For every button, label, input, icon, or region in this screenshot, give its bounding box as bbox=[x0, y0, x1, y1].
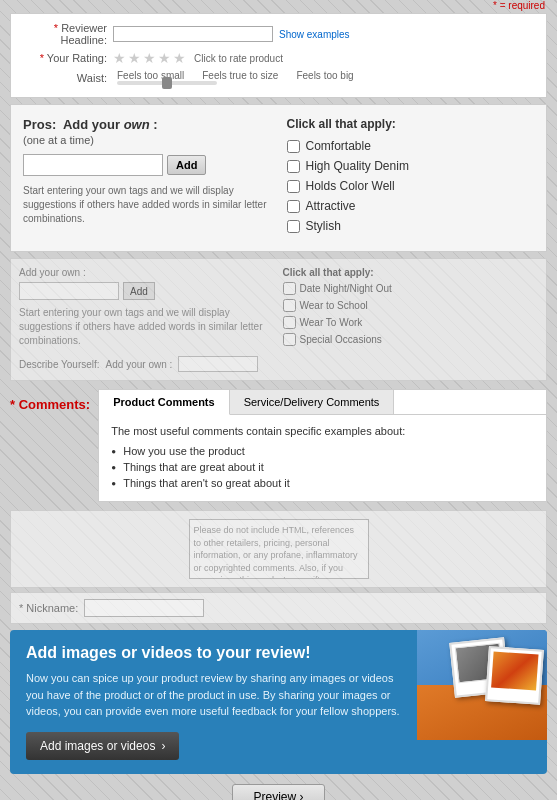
checkbox-holds-color-well[interactable]: Holds Color Well bbox=[287, 179, 535, 193]
photo-2-inner bbox=[491, 651, 538, 690]
checkbox-high-quality-denim[interactable]: High Quality Denim bbox=[287, 159, 535, 173]
middle-checkbox-datenight[interactable]: Date Night/Night Out bbox=[283, 282, 539, 295]
pros-title: Pros: Add your own : bbox=[23, 117, 271, 132]
comment-bullet-1: How you use the product bbox=[111, 443, 534, 459]
comments-section-wrapper: * Comments: Product Comments Service/Del… bbox=[10, 389, 547, 502]
describe-yourself-label: Describe Yourself: bbox=[19, 359, 100, 370]
checkbox-holds-color-well-input[interactable] bbox=[287, 180, 300, 193]
required-note: * = required bbox=[0, 0, 557, 13]
nickname-row: * Nickname: bbox=[10, 592, 547, 624]
middle-checkbox-datenight-label: Date Night/Night Out bbox=[300, 283, 392, 294]
middle-hint: Start entering your own tags and we will… bbox=[19, 306, 275, 348]
waist-label: Waist: bbox=[23, 72, 113, 84]
add-images-button[interactable]: Add images or videos › bbox=[26, 732, 179, 760]
add-images-right bbox=[417, 630, 547, 774]
textarea-section: Please do not include HTML, references t… bbox=[10, 510, 547, 588]
middle-checkbox-occasions[interactable]: Special Occasions bbox=[283, 333, 539, 346]
checkbox-comfortable-input[interactable] bbox=[287, 140, 300, 153]
middle-add-own-2: Add your own : bbox=[106, 359, 173, 370]
middle-add-button[interactable]: Add bbox=[123, 282, 155, 300]
waist-big-label: Feels too big bbox=[296, 70, 353, 81]
comments-box: Product Comments Service/Delivery Commen… bbox=[98, 389, 547, 502]
checkbox-high-quality-denim-label: High Quality Denim bbox=[306, 159, 409, 173]
add-images-left: Add images or videos to your review! Now… bbox=[10, 630, 417, 774]
checkbox-comfortable-label: Comfortable bbox=[306, 139, 371, 153]
middle-checkbox-occasions-label: Special Occasions bbox=[300, 334, 382, 345]
decorative-photo-2 bbox=[485, 646, 544, 705]
middle-section: Add your own : Add Start entering your o… bbox=[10, 258, 547, 381]
comment-bullet-2: Things that are great about it bbox=[111, 459, 534, 475]
add-images-arrow-icon: › bbox=[161, 739, 165, 753]
waist-slider-thumb[interactable] bbox=[162, 77, 172, 89]
checkbox-attractive-label: Attractive bbox=[306, 199, 356, 213]
middle-left: Add your own : Add Start entering your o… bbox=[19, 267, 275, 350]
middle-checkbox-datenight-input[interactable] bbox=[283, 282, 296, 295]
checkbox-attractive[interactable]: Attractive bbox=[287, 199, 535, 213]
comments-label: * Comments: bbox=[10, 397, 90, 412]
pros-add-label: Add your own : bbox=[63, 117, 158, 132]
middle-checkbox-school-input[interactable] bbox=[283, 299, 296, 312]
click-all-title: Click all that apply: bbox=[287, 117, 535, 131]
checkbox-stylish-input[interactable] bbox=[287, 220, 300, 233]
bottom-bar: Preview › bbox=[0, 784, 557, 801]
describe-yourself-input[interactable] bbox=[178, 356, 258, 372]
middle-checkbox-school-label: Wear to School bbox=[300, 300, 368, 311]
waist-small-label: Feels too small bbox=[117, 70, 184, 81]
click-to-rate-text: Click to rate product bbox=[194, 53, 283, 64]
middle-add-own: Add your own : bbox=[19, 267, 275, 278]
checkbox-holds-color-well-label: Holds Color Well bbox=[306, 179, 395, 193]
textarea-disclaimer: Please do not include HTML, references t… bbox=[189, 519, 369, 579]
reviewer-headline-label: * Reviewer Headline: bbox=[23, 22, 113, 46]
checkbox-attractive-input[interactable] bbox=[287, 200, 300, 213]
pros-hint: Start entering your own tags and we will… bbox=[23, 184, 271, 226]
middle-click-all: Click all that apply: bbox=[283, 267, 539, 278]
add-images-text: Now you can spice up your product review… bbox=[26, 670, 401, 720]
waist-slider-track bbox=[117, 81, 217, 85]
waist-fit-label: Feels true to size bbox=[202, 70, 278, 81]
middle-checkbox-work-input[interactable] bbox=[283, 316, 296, 329]
add-images-title: Add images or videos to your review! bbox=[26, 644, 401, 662]
tab-product-comments[interactable]: Product Comments bbox=[99, 390, 229, 415]
nickname-input[interactable] bbox=[84, 599, 204, 617]
comments-content: The most useful comments contain specifi… bbox=[99, 415, 546, 501]
add-images-button-label: Add images or videos bbox=[40, 739, 155, 753]
pros-left: Pros: Add your own : (one at a time) Add… bbox=[23, 117, 271, 239]
middle-checkbox-work-label: Wear To Work bbox=[300, 317, 363, 328]
comments-list: How you use the product Things that are … bbox=[111, 443, 534, 491]
tab-service-comments[interactable]: Service/Delivery Comments bbox=[230, 390, 395, 414]
nickname-label: * Nickname: bbox=[19, 602, 78, 614]
pros-section: Pros: Add your own : (one at a time) Add… bbox=[10, 104, 547, 252]
star-rating[interactable]: ★★★★★ bbox=[113, 50, 188, 66]
headline-input[interactable] bbox=[113, 26, 273, 42]
your-rating-label: * Your Rating: bbox=[23, 52, 113, 64]
middle-right: Click all that apply: Date Night/Night O… bbox=[283, 267, 539, 350]
middle-pros-input[interactable] bbox=[19, 282, 119, 300]
comments-tabs: Product Comments Service/Delivery Commen… bbox=[99, 390, 546, 415]
add-images-section: Add images or videos to your review! Now… bbox=[10, 630, 547, 774]
comment-bullet-3: Things that aren't so great about it bbox=[111, 475, 534, 491]
pros-right: Click all that apply: Comfortable High Q… bbox=[287, 117, 535, 239]
show-examples-link[interactable]: Show examples bbox=[279, 29, 350, 40]
comments-intro: The most useful comments contain specifi… bbox=[111, 425, 534, 437]
middle-checkbox-school[interactable]: Wear to School bbox=[283, 299, 539, 312]
preview-button[interactable]: Preview › bbox=[232, 784, 324, 801]
checkbox-comfortable[interactable]: Comfortable bbox=[287, 139, 535, 153]
pros-input[interactable] bbox=[23, 154, 163, 176]
top-section: * Reviewer Headline: Show examples * You… bbox=[10, 13, 547, 98]
middle-checkbox-work[interactable]: Wear To Work bbox=[283, 316, 539, 329]
checkbox-stylish-label: Stylish bbox=[306, 219, 341, 233]
pros-section-label: Pros: bbox=[23, 117, 56, 132]
middle-checkbox-occasions-input[interactable] bbox=[283, 333, 296, 346]
checkbox-stylish[interactable]: Stylish bbox=[287, 219, 535, 233]
checkbox-high-quality-denim-input[interactable] bbox=[287, 160, 300, 173]
pros-subtitle: (one at a time) bbox=[23, 134, 271, 146]
pros-add-button[interactable]: Add bbox=[167, 155, 206, 175]
